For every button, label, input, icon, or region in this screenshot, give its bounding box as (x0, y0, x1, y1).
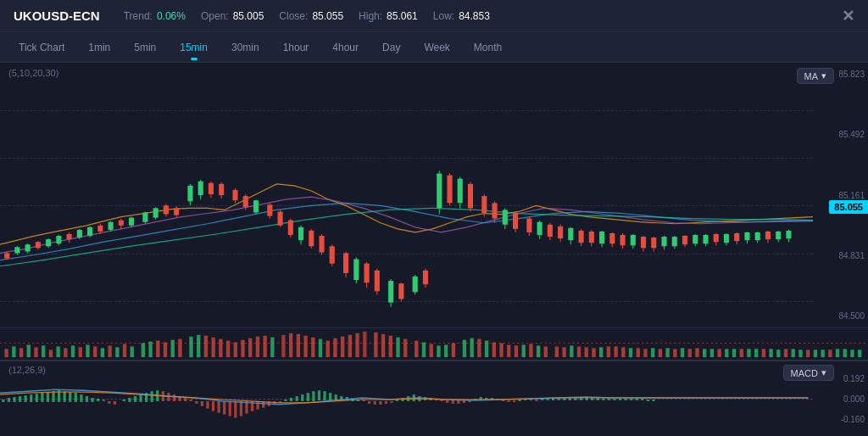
svg-rect-105 (579, 231, 584, 243)
svg-rect-9 (46, 239, 51, 246)
macd-line (0, 389, 809, 405)
svg-rect-235 (681, 348, 684, 357)
svg-rect-258 (850, 349, 854, 357)
chart-container: (5,10,20,30) MA ▾ 85.823 85.492 85.161 8… (0, 63, 868, 436)
svg-rect-314 (307, 393, 309, 401)
open-value: 85.005 (233, 10, 264, 22)
svg-rect-351 (513, 400, 515, 402)
svg-rect-152 (42, 345, 45, 357)
svg-rect-204 (444, 344, 448, 357)
close-value: 85.055 (312, 10, 343, 22)
svg-rect-113 (620, 235, 625, 245)
svg-rect-299 (223, 401, 225, 415)
tab-month[interactable]: Month (464, 38, 512, 57)
svg-rect-187 (311, 338, 314, 357)
svg-rect-249 (784, 349, 787, 357)
timeframe-tabs: Tick Chart1min5min15min30min1hour4hourDa… (0, 32, 868, 63)
tab-15min[interactable]: 15min (170, 38, 218, 57)
svg-rect-224 (599, 347, 603, 357)
svg-rect-39 (209, 183, 214, 194)
svg-rect-269 (52, 391, 54, 402)
svg-rect-294 (195, 401, 198, 404)
svg-rect-205 (452, 344, 455, 358)
svg-rect-175 (219, 339, 222, 357)
svg-rect-295 (201, 401, 203, 406)
svg-rect-97 (537, 222, 542, 235)
svg-rect-278 (103, 400, 105, 401)
svg-rect-305 (256, 401, 259, 410)
svg-rect-149 (19, 348, 23, 357)
svg-rect-250 (792, 349, 795, 357)
svg-rect-233 (665, 348, 669, 357)
svg-rect-239 (710, 349, 714, 357)
macd-histogram (2, 390, 654, 417)
svg-rect-318 (329, 393, 331, 400)
svg-rect-59 (319, 236, 324, 252)
svg-rect-168 (164, 343, 167, 358)
close-button[interactable]: ✕ (842, 7, 854, 25)
svg-rect-368 (608, 399, 610, 400)
tab-1hour[interactable]: 1hour (273, 38, 320, 57)
svg-rect-311 (290, 398, 292, 401)
svg-rect-262 (13, 397, 15, 402)
macd-level-1: 0.192 (816, 374, 865, 383)
svg-rect-301 (234, 401, 236, 418)
svg-rect-164 (131, 346, 134, 357)
trend-stat: Trend: 0.06% (124, 10, 186, 22)
svg-rect-341 (457, 400, 459, 404)
tab-week[interactable]: Week (414, 38, 459, 57)
svg-rect-230 (643, 349, 647, 357)
svg-rect-91 (503, 210, 508, 224)
svg-rect-220 (570, 345, 573, 357)
svg-rect-37 (198, 182, 203, 195)
svg-rect-197 (389, 336, 392, 357)
tab-day[interactable]: Day (372, 38, 410, 57)
svg-rect-169 (171, 340, 175, 357)
svg-rect-202 (430, 344, 433, 358)
svg-rect-237 (695, 348, 698, 357)
svg-rect-141 (765, 232, 771, 239)
svg-rect-374 (641, 399, 643, 400)
svg-rect-200 (415, 341, 418, 357)
svg-rect-157 (79, 347, 82, 357)
svg-rect-165 (142, 344, 145, 358)
svg-rect-342 (463, 400, 465, 403)
svg-rect-327 (379, 401, 381, 405)
svg-rect-236 (688, 349, 692, 357)
svg-rect-127 (693, 235, 698, 243)
svg-rect-310 (284, 400, 287, 401)
svg-rect-221 (577, 346, 581, 357)
price-level-2: 85.492 (816, 130, 865, 139)
svg-rect-254 (821, 349, 824, 357)
tab-30min[interactable]: 30min (221, 38, 270, 57)
svg-rect-181 (263, 336, 266, 357)
svg-rect-139 (755, 232, 760, 240)
volume-bars (4, 332, 861, 357)
svg-rect-282 (128, 398, 131, 402)
svg-rect-296 (206, 401, 209, 409)
svg-rect-286 (151, 391, 153, 402)
svg-rect-350 (507, 400, 509, 402)
svg-rect-119 (651, 238, 656, 248)
svg-rect-199 (403, 339, 407, 357)
tab-4hour[interactable]: 4hour (322, 38, 369, 57)
svg-rect-167 (156, 341, 159, 357)
svg-rect-340 (452, 400, 454, 404)
svg-rect-279 (108, 401, 110, 404)
svg-rect-129 (703, 235, 708, 243)
svg-rect-131 (714, 234, 719, 242)
svg-rect-274 (80, 394, 82, 402)
svg-rect-207 (470, 338, 473, 357)
svg-rect-162 (115, 347, 119, 357)
svg-rect-211 (499, 344, 503, 358)
svg-rect-376 (652, 400, 654, 401)
svg-rect-265 (30, 394, 32, 402)
svg-rect-373 (636, 399, 638, 400)
tab-tick-chart[interactable]: Tick Chart (8, 38, 75, 57)
svg-rect-256 (836, 349, 839, 357)
svg-rect-297 (212, 401, 214, 411)
svg-rect-248 (776, 349, 780, 357)
svg-rect-339 (446, 400, 448, 403)
tab-1min[interactable]: 1min (78, 38, 120, 57)
tab-5min[interactable]: 5min (124, 38, 166, 57)
